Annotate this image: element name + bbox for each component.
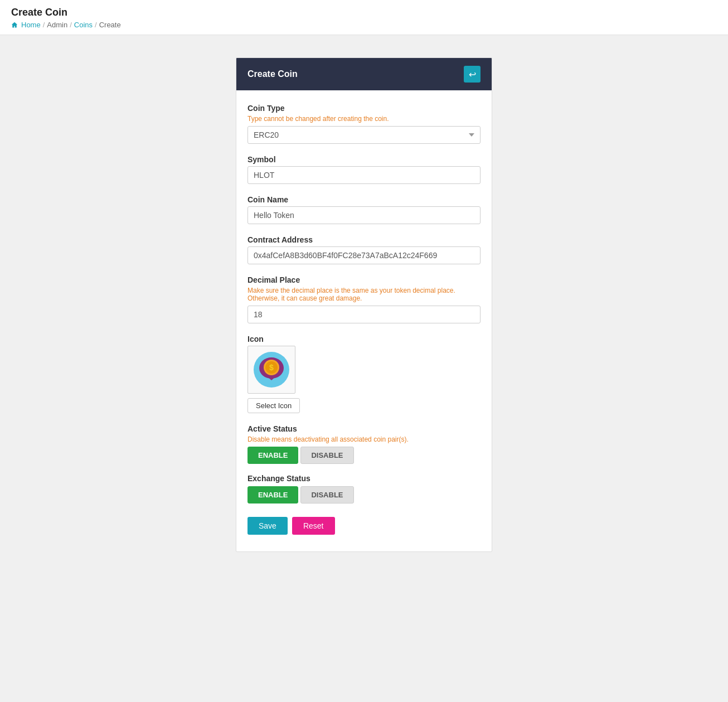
symbol-input[interactable] (247, 166, 481, 184)
exchange-status-btn-group: ENABLE DISABLE (247, 486, 481, 503)
symbol-group: Symbol (247, 155, 481, 184)
coin-type-select[interactable]: ERC20 BTC ETH TRC20 (247, 126, 481, 144)
page-title: Create Coin (11, 7, 717, 18)
breadcrumb: Home / Admin / Coins / Create (11, 21, 717, 29)
decimal-place-hint: Make sure the decimal place is the same … (247, 287, 481, 302)
symbol-label: Symbol (247, 155, 481, 164)
decimal-place-group: Decimal Place Make sure the decimal plac… (247, 275, 481, 323)
icon-label: Icon (247, 335, 481, 343)
select-icon-button[interactable]: Select Icon (247, 398, 300, 413)
exchange-status-label: Exchange Status (247, 474, 481, 483)
exchange-disable-button[interactable]: DISABLE (300, 486, 353, 503)
coin-name-group: Coin Name (247, 195, 481, 224)
card-body: Coin Type Type cannot be changed after c… (236, 90, 492, 551)
exchange-enable-button[interactable]: ENABLE (247, 486, 298, 503)
active-disable-button[interactable]: DISABLE (300, 447, 353, 464)
decimal-place-label: Decimal Place (247, 275, 481, 284)
decimal-place-input[interactable] (247, 306, 481, 323)
active-status-label: Active Status (247, 424, 481, 433)
back-icon: ↩ (469, 69, 476, 80)
reset-button[interactable]: Reset (292, 517, 335, 535)
svg-text:$: $ (269, 363, 274, 372)
icon-group: Icon $ (247, 335, 481, 413)
coin-icon-svg: $ (252, 350, 291, 389)
home-icon (11, 22, 18, 28)
active-enable-button[interactable]: ENABLE (247, 447, 298, 464)
coin-name-input[interactable] (247, 206, 481, 224)
breadcrumb-admin: Admin (47, 21, 67, 29)
save-button[interactable]: Save (247, 517, 288, 535)
coin-type-group: Coin Type Type cannot be changed after c… (247, 104, 481, 144)
exchange-status-group: Exchange Status ENABLE DISABLE (247, 474, 481, 503)
active-status-hint: Disable means deactivating all associate… (247, 435, 481, 443)
coin-name-label: Coin Name (247, 195, 481, 204)
breadcrumb-home[interactable]: Home (21, 21, 41, 29)
card-header-title: Create Coin (247, 69, 298, 79)
icon-preview-box: $ (247, 346, 295, 394)
contract-address-input[interactable] (247, 246, 481, 264)
back-button[interactable]: ↩ (464, 66, 481, 83)
action-buttons: Save Reset (247, 517, 481, 535)
contract-address-group: Contract Address (247, 235, 481, 264)
coin-type-hint: Type cannot be changed after creating th… (247, 115, 481, 123)
active-status-btn-group: ENABLE DISABLE (247, 447, 481, 464)
contract-address-label: Contract Address (247, 235, 481, 244)
card-header: Create Coin ↩ (236, 58, 492, 90)
breadcrumb-coins[interactable]: Coins (74, 21, 93, 29)
create-coin-card: Create Coin ↩ Coin Type Type cannot be c… (236, 57, 492, 552)
active-status-group: Active Status Disable means deactivating… (247, 424, 481, 464)
coin-type-label: Coin Type (247, 104, 481, 113)
breadcrumb-current: Create (99, 21, 121, 29)
